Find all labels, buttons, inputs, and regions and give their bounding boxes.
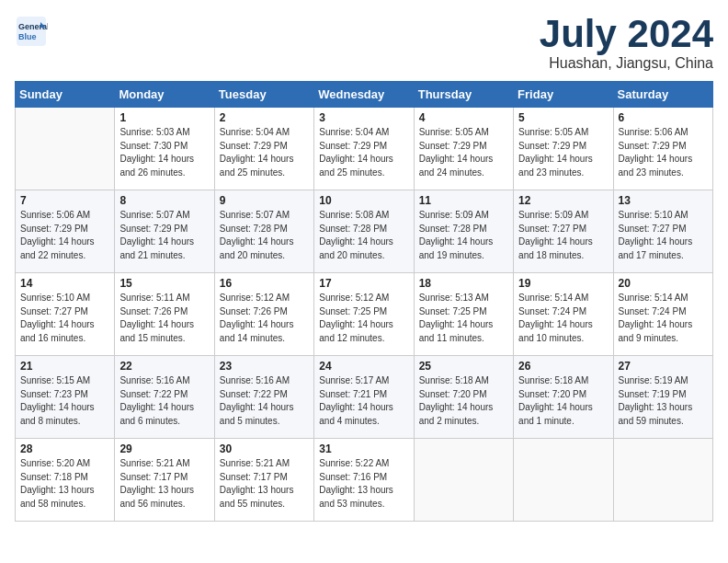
- calendar-cell: 27Sunrise: 5:19 AM Sunset: 7:19 PM Dayli…: [613, 356, 712, 439]
- day-info: Sunrise: 5:16 AM Sunset: 7:22 PM Dayligh…: [220, 374, 309, 428]
- calendar-cell: 22Sunrise: 5:16 AM Sunset: 7:22 PM Dayli…: [115, 356, 214, 439]
- calendar-cell: 23Sunrise: 5:16 AM Sunset: 7:22 PM Dayli…: [214, 356, 313, 439]
- day-info: Sunrise: 5:13 AM Sunset: 7:25 PM Dayligh…: [419, 292, 508, 345]
- calendar-week-4: 21Sunrise: 5:15 AM Sunset: 7:23 PM Dayli…: [16, 356, 713, 439]
- day-info: Sunrise: 5:06 AM Sunset: 7:29 PM Dayligh…: [619, 126, 708, 179]
- calendar-cell: 10Sunrise: 5:08 AM Sunset: 7:28 PM Dayli…: [314, 190, 414, 273]
- day-info: Sunrise: 5:05 AM Sunset: 7:29 PM Dayligh…: [518, 126, 608, 179]
- calendar-header-row: SundayMondayTuesdayWednesdayThursdayFrid…: [16, 82, 713, 108]
- day-number: 11: [419, 194, 508, 207]
- day-number: 28: [20, 442, 109, 455]
- day-info: Sunrise: 5:14 AM Sunset: 7:24 PM Dayligh…: [518, 292, 608, 345]
- day-number: 5: [518, 111, 608, 124]
- day-number: 14: [20, 277, 109, 290]
- calendar-cell: 17Sunrise: 5:12 AM Sunset: 7:25 PM Dayli…: [314, 273, 414, 356]
- day-info: Sunrise: 5:15 AM Sunset: 7:23 PM Dayligh…: [20, 374, 109, 428]
- location: Huashan, Jiangsu, China: [540, 55, 713, 72]
- day-info: Sunrise: 5:09 AM Sunset: 7:28 PM Dayligh…: [419, 209, 508, 262]
- calendar-cell: [16, 108, 115, 190]
- day-info: Sunrise: 5:11 AM Sunset: 7:26 PM Dayligh…: [119, 292, 209, 345]
- day-number: 2: [220, 111, 309, 124]
- calendar-cell: 1Sunrise: 5:03 AM Sunset: 7:30 PM Daylig…: [115, 108, 214, 190]
- calendar-cell: 20Sunrise: 5:14 AM Sunset: 7:24 PM Dayli…: [613, 273, 712, 356]
- day-number: 24: [319, 360, 408, 373]
- calendar-cell: 6Sunrise: 5:06 AM Sunset: 7:29 PM Daylig…: [613, 108, 712, 190]
- day-number: 10: [319, 194, 408, 207]
- title-block: July 2024 Huashan, Jiangsu, China: [540, 15, 713, 72]
- day-info: Sunrise: 5:05 AM Sunset: 7:29 PM Dayligh…: [419, 126, 508, 179]
- day-number: 16: [220, 277, 309, 290]
- day-info: Sunrise: 5:16 AM Sunset: 7:22 PM Dayligh…: [119, 374, 209, 428]
- header-sunday: Sunday: [16, 82, 115, 108]
- calendar-cell: 31Sunrise: 5:22 AM Sunset: 7:16 PM Dayli…: [314, 439, 414, 522]
- header-monday: Monday: [115, 82, 214, 108]
- day-number: 20: [619, 277, 708, 290]
- calendar-cell: 2Sunrise: 5:04 AM Sunset: 7:29 PM Daylig…: [214, 108, 313, 190]
- calendar-cell: [414, 439, 513, 522]
- day-number: 18: [419, 277, 508, 290]
- logo: General Blue: [15, 15, 48, 48]
- day-info: Sunrise: 5:14 AM Sunset: 7:24 PM Dayligh…: [619, 292, 708, 345]
- day-number: 31: [319, 442, 408, 455]
- day-number: 7: [20, 194, 109, 207]
- day-info: Sunrise: 5:17 AM Sunset: 7:21 PM Dayligh…: [319, 374, 408, 428]
- day-info: Sunrise: 5:04 AM Sunset: 7:29 PM Dayligh…: [220, 126, 309, 179]
- calendar-cell: 29Sunrise: 5:21 AM Sunset: 7:17 PM Dayli…: [115, 439, 214, 522]
- day-number: 3: [319, 111, 408, 124]
- logo-icon: General Blue: [15, 15, 48, 48]
- svg-rect-0: [17, 17, 46, 46]
- page-header: General Blue July 2024 Huashan, Jiangsu,…: [15, 15, 713, 72]
- day-number: 21: [20, 360, 109, 373]
- header-wednesday: Wednesday: [314, 82, 414, 108]
- header-thursday: Thursday: [414, 82, 513, 108]
- day-number: 26: [518, 360, 608, 373]
- calendar-cell: 8Sunrise: 5:07 AM Sunset: 7:29 PM Daylig…: [115, 190, 214, 273]
- day-number: 22: [119, 360, 209, 373]
- day-info: Sunrise: 5:07 AM Sunset: 7:28 PM Dayligh…: [220, 209, 309, 262]
- calendar-cell: 14Sunrise: 5:10 AM Sunset: 7:27 PM Dayli…: [16, 273, 115, 356]
- calendar-cell: 15Sunrise: 5:11 AM Sunset: 7:26 PM Dayli…: [115, 273, 214, 356]
- day-info: Sunrise: 5:06 AM Sunset: 7:29 PM Dayligh…: [20, 209, 109, 262]
- calendar-week-2: 7Sunrise: 5:06 AM Sunset: 7:29 PM Daylig…: [16, 190, 713, 273]
- day-number: 6: [619, 111, 708, 124]
- calendar-cell: 7Sunrise: 5:06 AM Sunset: 7:29 PM Daylig…: [16, 190, 115, 273]
- calendar-cell: 9Sunrise: 5:07 AM Sunset: 7:28 PM Daylig…: [214, 190, 313, 273]
- calendar-cell: 28Sunrise: 5:20 AM Sunset: 7:18 PM Dayli…: [16, 439, 115, 522]
- day-number: 19: [518, 277, 608, 290]
- calendar-week-5: 28Sunrise: 5:20 AM Sunset: 7:18 PM Dayli…: [16, 439, 713, 522]
- calendar-cell: 19Sunrise: 5:14 AM Sunset: 7:24 PM Dayli…: [514, 273, 613, 356]
- header-tuesday: Tuesday: [214, 82, 313, 108]
- day-info: Sunrise: 5:12 AM Sunset: 7:26 PM Dayligh…: [220, 292, 309, 345]
- day-number: 17: [319, 277, 408, 290]
- day-number: 23: [220, 360, 309, 373]
- day-info: Sunrise: 5:12 AM Sunset: 7:25 PM Dayligh…: [319, 292, 408, 345]
- calendar-week-3: 14Sunrise: 5:10 AM Sunset: 7:27 PM Dayli…: [16, 273, 713, 356]
- day-info: Sunrise: 5:21 AM Sunset: 7:17 PM Dayligh…: [119, 457, 209, 511]
- day-info: Sunrise: 5:20 AM Sunset: 7:18 PM Dayligh…: [20, 457, 109, 511]
- day-info: Sunrise: 5:10 AM Sunset: 7:27 PM Dayligh…: [619, 209, 708, 262]
- day-number: 9: [220, 194, 309, 207]
- day-info: Sunrise: 5:18 AM Sunset: 7:20 PM Dayligh…: [518, 374, 608, 428]
- day-number: 30: [220, 442, 309, 455]
- day-info: Sunrise: 5:22 AM Sunset: 7:16 PM Dayligh…: [319, 457, 408, 511]
- day-number: 8: [119, 194, 209, 207]
- calendar-cell: 12Sunrise: 5:09 AM Sunset: 7:27 PM Dayli…: [514, 190, 613, 273]
- calendar-cell: 25Sunrise: 5:18 AM Sunset: 7:20 PM Dayli…: [414, 356, 513, 439]
- calendar-cell: 11Sunrise: 5:09 AM Sunset: 7:28 PM Dayli…: [414, 190, 513, 273]
- day-info: Sunrise: 5:07 AM Sunset: 7:29 PM Dayligh…: [119, 209, 209, 262]
- day-info: Sunrise: 5:08 AM Sunset: 7:28 PM Dayligh…: [319, 209, 408, 262]
- day-info: Sunrise: 5:09 AM Sunset: 7:27 PM Dayligh…: [518, 209, 608, 262]
- day-number: 1: [119, 111, 209, 124]
- calendar-cell: [514, 439, 613, 522]
- calendar-cell: 26Sunrise: 5:18 AM Sunset: 7:20 PM Dayli…: [514, 356, 613, 439]
- svg-text:Blue: Blue: [18, 32, 37, 41]
- calendar-cell: 13Sunrise: 5:10 AM Sunset: 7:27 PM Dayli…: [613, 190, 712, 273]
- calendar-cell: 4Sunrise: 5:05 AM Sunset: 7:29 PM Daylig…: [414, 108, 513, 190]
- day-info: Sunrise: 5:18 AM Sunset: 7:20 PM Dayligh…: [419, 374, 508, 428]
- day-info: Sunrise: 5:03 AM Sunset: 7:30 PM Dayligh…: [119, 126, 209, 179]
- calendar-cell: 18Sunrise: 5:13 AM Sunset: 7:25 PM Dayli…: [414, 273, 513, 356]
- calendar-cell: 3Sunrise: 5:04 AM Sunset: 7:29 PM Daylig…: [314, 108, 414, 190]
- day-number: 29: [119, 442, 209, 455]
- calendar-cell: [613, 439, 712, 522]
- day-info: Sunrise: 5:19 AM Sunset: 7:19 PM Dayligh…: [619, 374, 708, 428]
